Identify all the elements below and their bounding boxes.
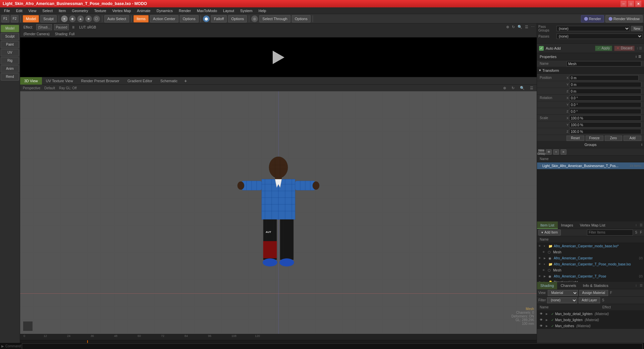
il-row-4[interactable]: 👁 ⬡ Mesh [537,267,644,273]
tab-info-stats[interactable]: Info & Statistics [580,282,612,289]
eye-icon-5[interactable]: 👁 [538,275,543,278]
select-through-icon[interactable]: ◎ [251,15,258,22]
tab-shading[interactable]: Shading [537,282,557,289]
falloff-btn[interactable]: Falloff [211,15,227,22]
il-row-2[interactable]: 👁 ▶ ◉ Afro_American_Carpenter (2) [537,255,644,261]
passes-select[interactable]: (none) [556,34,643,39]
item-list-expand-icon[interactable]: ↕ [634,223,638,227]
eye-icon-1[interactable]: 👁 [542,251,547,254]
assign-material-btn[interactable]: Assign Material [579,290,608,296]
sculpt-btn[interactable]: Sculpt [40,15,57,22]
tab-item-list[interactable]: Item List [537,221,558,229]
sidebar-animate-btn[interactable]: Anim [1,65,19,72]
menu-help[interactable]: Help [256,7,269,14]
close-btn[interactable]: ✕ [635,1,641,7]
il-row-5[interactable]: 👁 ▶ ◉ Afro_American_Carpenter_T_Pose (2) [537,273,644,279]
menu-system[interactable]: System [237,7,255,14]
auto-select-btn[interactable]: Auto Select [104,15,129,22]
item-list-menu-icon[interactable]: ☰ [638,223,644,227]
mode-icon-4[interactable]: ■ [85,15,92,22]
falloff-options-btn[interactable]: Options [228,15,247,22]
scale-z-input[interactable]: 100.0 % [569,129,642,134]
tab-3d-view[interactable]: 3D View [20,77,42,85]
tab-vertex-map-list[interactable]: Vertex Map List [577,221,609,229]
sh-row-2[interactable]: 👁 ▶ ✓ Man_clothes (Material) [537,323,644,329]
sidebar-uv-btn[interactable]: UV [1,49,19,56]
panel-menu-icon[interactable]: ☰ [639,46,642,50]
sidebar-paint-btn[interactable]: Paint [1,41,19,48]
transform-section-header[interactable]: ▾ Transform [537,67,644,74]
preview-reset-icon[interactable]: ⊕ [505,25,510,29]
command-input[interactable] [22,343,643,349]
preview-more-icon[interactable]: ⋯ [530,25,535,29]
expand-icon-0[interactable]: ▾ [544,245,548,248]
pass-groups-select[interactable]: (none) [556,26,630,31]
position-z-input[interactable]: 0 m [569,89,642,94]
filter-s-icon[interactable]: S [634,231,638,234]
mode-icon-2[interactable]: ◆ [69,15,76,22]
viewport-icon-1[interactable]: ⊕ [502,86,507,90]
discard-btn[interactable]: ✕ Discard [614,46,635,51]
position-y-input[interactable]: 0 m [569,82,641,87]
eye-icon-3[interactable]: 👁 [538,263,543,266]
scale-x-input[interactable]: 100.0 % [569,115,641,121]
preview-icon-1[interactable]: ⏸ [71,25,76,29]
sh-row-1[interactable]: 👁 ▶ ✓ Man_body_lighten (Material) [537,317,644,323]
sh-expand-2[interactable]: ▶ [546,325,550,328]
menu-item[interactable]: Item [56,7,68,14]
maximize-btn[interactable]: □ [628,1,634,7]
menu-maxtomodo[interactable]: MaxToModo [194,7,220,14]
eye-icon-2[interactable]: 👁 [538,257,543,260]
add-layer-btn[interactable]: Add Layer [579,297,600,303]
minimize-btn[interactable]: ─ [621,1,627,7]
3d-viewport[interactable]: Perspective Default Ray GL: Off ⊕ ↻ 🔍 ☰ [20,85,537,349]
scale-y-input[interactable]: 100.0 % [569,122,641,128]
add-transform-btn[interactable]: Add [624,136,641,141]
rotation-x-input[interactable]: 0.0 ° [569,95,641,101]
menu-edit[interactable]: Edit [13,7,25,14]
shading-menu-icon[interactable]: ☰ [638,284,644,287]
tab-render-preset[interactable]: Render Preset Browser [77,77,123,85]
preview-status[interactable]: Paused [54,24,69,30]
sidebar-model-btn[interactable]: Model [1,25,19,32]
sh-expand-1[interactable]: ▶ [546,318,550,321]
groups-expand-icon[interactable]: ↕ [641,143,643,146]
viewport-icon-2[interactable]: ↻ [511,86,515,90]
shading-view-select[interactable]: Material [548,290,578,296]
render-btn[interactable]: ⬤ Render [581,15,604,22]
rotation-z-input[interactable]: 0.0 ° [569,109,642,114]
viewport-icon-4[interactable]: ☰ [529,86,534,90]
pass-groups-new-btn[interactable]: New [631,26,643,31]
zero-btn[interactable]: Zero [605,136,623,141]
expand-icon-2[interactable]: ▶ [544,257,548,260]
new-group-btn[interactable]: New Group [538,149,544,155]
groups-del-btn[interactable]: ✕ [560,149,567,155]
groups-eye-btn[interactable]: 👁 [546,149,552,155]
tab-gradient-editor[interactable]: Gradient Editor [123,77,156,85]
il-row-3[interactable]: 👁 ▾ 📁 Afro_American_Carpenter_T_Pose_mod… [537,261,644,267]
menu-vertex-map[interactable]: Vertex Map [110,7,134,14]
freeze-btn[interactable]: Freeze [586,136,603,141]
falloff-icon[interactable]: ⬤ [203,15,210,22]
menu-file[interactable]: File [1,7,13,14]
menu-render[interactable]: Render [176,7,194,14]
f1-btn[interactable]: F1 [1,15,9,22]
preview-settings-icon[interactable]: ☰ [524,25,529,29]
reset-btn[interactable]: Reset [567,136,584,141]
viewport-icon-3[interactable]: 🔍 [519,86,525,90]
f2-btn[interactable]: F2 [11,15,19,22]
il-row-0[interactable]: 👁 ▾ 📁 Afro_American_Carpenter_modo_base.… [537,243,644,249]
sidebar-rig-btn[interactable]: Rig [1,57,19,64]
panel-expand-icon[interactable]: ↕ [637,46,638,50]
group-item-0[interactable]: ▾ Light_Skin_Afro_American_Businessman_T… [537,162,644,169]
sh-eye-2[interactable]: 👁 [540,324,544,328]
preview-zoom-icon[interactable]: 🔍 [517,25,523,29]
groups-add-btn[interactable]: + [553,149,559,155]
menu-geometry[interactable]: Geometry [69,7,91,14]
add-item-btn[interactable]: ▾ Add Item [538,230,561,236]
mode-icon-1[interactable]: ● [61,15,68,22]
tab-images[interactable]: Images [558,221,577,229]
eye-icon-0[interactable]: 👁 [538,245,543,248]
menu-dynamics[interactable]: Dynamics [154,7,175,14]
menu-view[interactable]: View [26,7,39,14]
